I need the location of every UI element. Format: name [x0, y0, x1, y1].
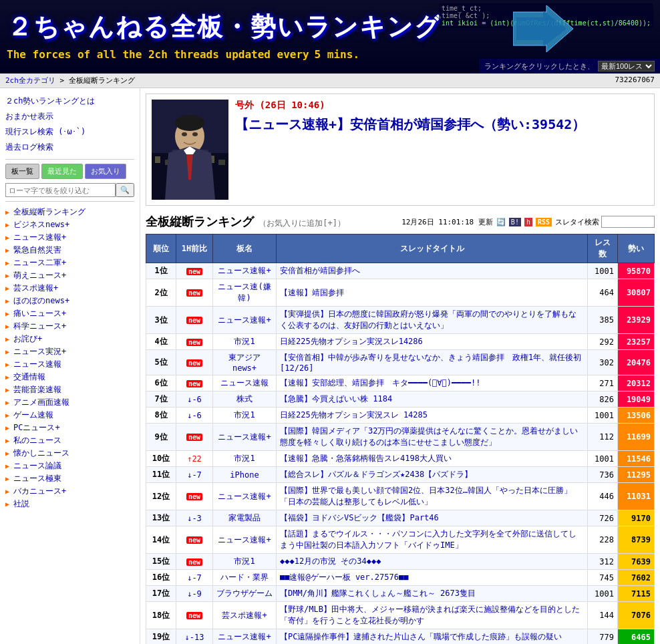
board-cell[interactable]: 家電製品 — [213, 510, 277, 526]
title-cell[interactable]: 【野球/MLB】田中将大、メジャー移籍が決まれば楽天に施設整備などを目的とした「… — [277, 602, 588, 629]
board-cell[interactable]: 市況1 — [213, 554, 277, 570]
sidebar-item-disaster[interactable]: 緊急自然災害 — [13, 245, 61, 255]
board-cell[interactable]: 株式 — [213, 391, 277, 408]
thread-title-link[interactable]: 【国際】韓国メディア「32万円の弾薬提供はそんなに驚くことか。恩着せがましい態度… — [280, 426, 578, 447]
refresh-icon[interactable]: 🔄 — [496, 218, 506, 226]
thread-title-link[interactable]: 【DMM/角川】艦隊これくしょん～艦これ～ 2673隻目 — [280, 589, 476, 598]
board-link[interactable]: 芸スポ速報+ — [222, 611, 267, 620]
board-cell[interactable]: ニュース速報+ — [213, 629, 277, 645]
thread-title-link[interactable]: 【PC遠隔操作事件】逮捕された片山さん「職場で作成した痕跡」も誤報の疑い — [280, 632, 562, 641]
thread-title-link[interactable]: 【速報】安部総理、靖国参拝 キタ━━━━(ﾟ∀ﾟ)━━━━!! — [280, 378, 480, 387]
recently-seen-button[interactable]: 最近見た — [41, 164, 83, 179]
thread-title-link[interactable]: 【国際】世界で最も美しい顔で韓国2位、日本32位…韓国人「やった日本に圧勝」「日… — [280, 486, 572, 506]
title-cell[interactable]: 【国際】韓国メディア「32万円の弾薬提供はそんなに驚くことか。恩着せがましい態度… — [277, 424, 588, 451]
sidebar-item-nostalgia[interactable]: 懐かしニュース — [13, 448, 69, 458]
res-count-select[interactable]: 最新100レス — [598, 61, 655, 71]
sidebar-item-all-ranking[interactable]: 全板縦断ランキング — [13, 207, 86, 216]
board-cell[interactable]: iPhone — [213, 467, 277, 483]
board-cell[interactable]: ニュース速報+ — [213, 526, 277, 554]
board-cell[interactable]: ブラウザゲーム — [213, 586, 277, 602]
thread-title-link[interactable]: 【野球/MLB】田中将大、メジャー移籍が決まれば楽天に施設整備などを目的とした「… — [280, 605, 580, 625]
board-cell[interactable]: ニュース速報+ — [213, 424, 277, 451]
sidebar-item-about[interactable]: ２ch勢いランキングとは — [5, 94, 134, 109]
thread-title-link[interactable]: ■■速報@ゲーハー板 ver.27576■■ — [280, 573, 408, 582]
board-link[interactable]: ニュース速報+ — [218, 632, 271, 641]
sidebar-item-sokuhon[interactable]: ニュース速報 — [13, 359, 61, 369]
sidebar-item-geino[interactable]: 芸能音楽速報 — [13, 385, 61, 394]
sidebar-item-game[interactable]: ゲーム速報 — [13, 410, 53, 420]
board-cell[interactable]: 市況1 — [213, 408, 277, 424]
sidebar-item-extreme[interactable]: ニュース極東 — [13, 474, 61, 483]
title-cell[interactable]: 【速報】靖国参拝 — [277, 279, 588, 307]
board-link[interactable]: ニュース速報+ — [218, 315, 271, 325]
board-link[interactable]: ブラウザゲーム — [216, 589, 273, 598]
sidebar-item-business[interactable]: ビジネスnews+ — [13, 220, 69, 229]
title-cell[interactable]: 【DMM/角川】艦隊これくしょん～艦これ～ 2673隻目 — [277, 586, 588, 602]
thread-title-link[interactable]: 【速報】靖国参拝 — [280, 288, 344, 297]
title-cell[interactable]: 【総合スレ】パズル＆ドラゴンズ★2438【パズドラ】 — [277, 467, 588, 483]
sidebar-item-editorial[interactable]: 社説 — [13, 499, 29, 508]
board-link[interactable]: ニュース速報 — [220, 378, 269, 387]
board-link[interactable]: ニュース速報+ — [218, 492, 271, 501]
sidebar-item-honobono[interactable]: ほのぼのnews+ — [13, 296, 69, 305]
title-cell[interactable]: 【国際】世界で最も美しい顔で韓国2位、日本32位…韓国人「やった日本に圧勝」「日… — [277, 483, 588, 510]
board-link[interactable]: 東アジアnews+ — [228, 353, 261, 373]
board-link[interactable]: 市況1 — [234, 454, 255, 463]
sidebar-item-search[interactable]: 現行スレ検索 (･ω･`) — [5, 124, 134, 140]
board-link[interactable]: ニュース速報+ — [218, 266, 271, 275]
sidebar-item-omakase[interactable]: おまかせ表示 — [5, 109, 134, 124]
icon-bookmark[interactable]: B! — [509, 218, 521, 226]
thread-title-link[interactable]: 日経225先物オプション実況スレ 14285 — [280, 410, 428, 420]
thread-title-link[interactable]: 安倍首相が靖国参拝へ — [280, 266, 360, 275]
sidebar-item-private[interactable]: 私のニュース — [13, 436, 61, 445]
title-cell[interactable]: 【話題】まるでウイルス・・・パソコンに入力した文字列を全て外部に送信してしまう中… — [277, 526, 588, 554]
breaking-title[interactable]: 【ニュース速報+】安倍首相が靖国参拝へ（勢い:39542） — [235, 115, 649, 134]
sidebar-item-log[interactable]: 過去ログ検索 — [5, 140, 134, 155]
board-link[interactable]: 株式 — [236, 394, 253, 404]
thread-title-link[interactable]: 【総合スレ】パズル＆ドラゴンズ★2438【パズドラ】 — [280, 470, 472, 479]
board-list-button[interactable]: 板一覧 — [5, 164, 39, 179]
board-cell[interactable]: 東アジアnews+ — [213, 350, 277, 375]
sidebar-item-news2[interactable]: ニュース二軍+ — [13, 258, 66, 267]
board-cell[interactable]: ハード・業界 — [213, 570, 277, 586]
ranking-search-input[interactable] — [601, 216, 655, 228]
board-search-button[interactable]: 🔍 — [116, 183, 134, 197]
title-cell[interactable]: 【急騰】今買えばいい株 1184 — [277, 391, 588, 408]
thread-title-link[interactable]: 【実弾提供】日本の態度に韓国政府が怒り爆発「両軍の間でのやりとりを了解もなく公表… — [280, 309, 576, 330]
thread-title-link[interactable]: 【急騰】今買えばいい株 1184 — [280, 394, 392, 404]
sidebar-item-debate[interactable]: ニュース論議 — [13, 461, 61, 470]
sidebar-item-anime[interactable]: アニメ画面速報 — [13, 397, 69, 407]
sidebar-item-geisupa[interactable]: 芸スポ速報+ — [13, 283, 58, 293]
board-link[interactable]: ハード・業界 — [220, 573, 269, 582]
title-cell[interactable]: 日経225先物オプション実況スレ14286 — [277, 334, 588, 350]
board-cell[interactable]: ニュース速報+ — [213, 307, 277, 334]
board-link[interactable]: iPhone — [230, 470, 259, 480]
board-cell[interactable]: ニュース速報+ — [213, 263, 277, 279]
title-cell[interactable]: 安倍首相が靖国参拝へ — [277, 263, 588, 279]
title-cell[interactable]: 【速報】急騰・急落銘柄報告スレ4198大人買い — [277, 451, 588, 467]
board-link[interactable]: ニュース速報+ — [218, 535, 271, 544]
breadcrumb-home[interactable]: 2ch全カテゴリ — [5, 76, 55, 85]
title-cell[interactable]: ◆◆◆12月の市況 その34◆◆◆ — [277, 554, 588, 570]
title-cell[interactable]: 日経225先物オプション実況スレ 14285 — [277, 408, 588, 424]
thread-title-link[interactable]: 【速報】急騰・急落銘柄報告スレ4198大人買い — [280, 454, 452, 463]
thread-title-link[interactable]: 【福袋】ヨドバシVSビック【艦袋】Part46 — [280, 513, 439, 522]
thread-title-link[interactable]: 【話題】まるでウイルス・・・パソコンに入力した文字列を全て外部に送信してしまう中… — [280, 529, 576, 550]
sidebar-item-science[interactable]: 科学ニュース+ — [13, 321, 66, 331]
board-link[interactable]: ニュース速(嫌韓) — [218, 282, 271, 303]
sidebar-item-jikkyo[interactable]: ニュース実況+ — [13, 347, 66, 356]
icon-rss[interactable]: RSS — [536, 218, 552, 226]
title-cell[interactable]: 【福袋】ヨドバシVSビック【艦袋】Part46 — [277, 510, 588, 526]
board-cell[interactable]: 芸スポ速報+ — [213, 602, 277, 629]
title-cell[interactable]: ■■速報@ゲーハー板 ver.27576■■ — [277, 570, 588, 586]
sidebar-item-owabi[interactable]: お詫び+ — [13, 334, 42, 343]
title-cell[interactable]: 【PC遠隔操作事件】逮捕された片山さん「職場で作成した痕跡」も誤報の疑い — [277, 629, 588, 645]
sidebar-item-baka[interactable]: バカニュース+ — [13, 486, 66, 496]
board-cell[interactable]: 市況1 — [213, 334, 277, 350]
board-link[interactable]: 市況1 — [234, 556, 255, 566]
favorites-button[interactable]: お気入り — [85, 164, 126, 179]
board-cell[interactable]: 市況1 — [213, 451, 277, 467]
thread-title-link[interactable]: 日経225先物オプション実況スレ14286 — [280, 337, 423, 346]
board-cell[interactable]: ニュース速報+ — [213, 483, 277, 510]
board-cell[interactable]: ニュース速(嫌韓) — [213, 279, 277, 307]
